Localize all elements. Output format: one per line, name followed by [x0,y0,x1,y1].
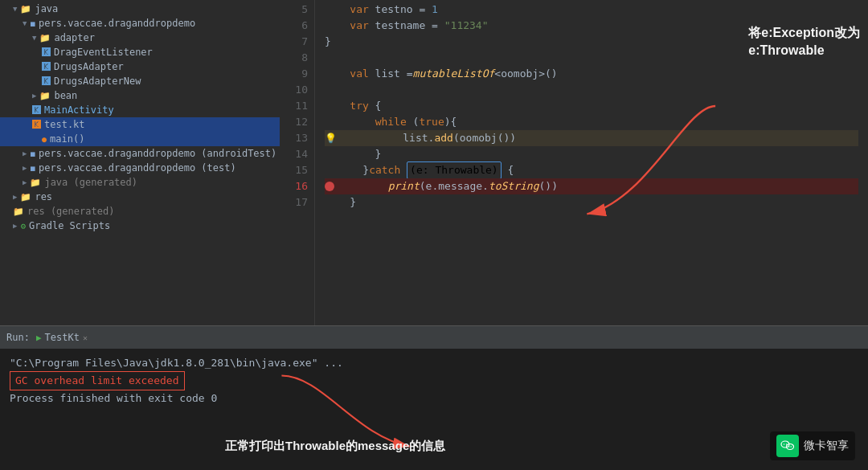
sidebar-item-label: java [35,3,58,14]
folder-icon: 📁 [39,91,51,101]
code-line-12: while ( true ){ [325,114,858,130]
sidebar-item-java-generated[interactable]: ▶ 📁 java (generated) [0,175,280,190]
breakpoint-icon [325,182,334,191]
sidebar-item-java[interactable]: ▼ 📁 java [0,2,280,16]
wechat-logo-icon [776,435,799,457]
package-icon: ◼ [30,149,35,159]
sidebar-item-label: res (generated) [27,206,114,217]
folder-icon: 📁 [20,4,31,14]
run-output: "C:\Program Files\Java\jdk1.8.0_281\bin\… [0,349,868,470]
code-line-5: var testno = 1 [325,2,858,18]
sidebar-item-label: MainActivity [44,104,114,116]
sidebar-item-main[interactable]: ● main() [0,132,280,146]
expand-arrow: ▶ [23,164,27,172]
expand-arrow: ▶ [23,149,27,157]
sidebar-item-label: adapter [54,32,95,43]
code-line-11: try { [325,98,858,114]
folder-gray-icon: 📁 [13,206,24,217]
bottom-annotation: 正常打印出Throwable的message的信息 [225,439,445,454]
bottom-annotation-text: 正常打印出Throwable的message的信息 [225,439,445,452]
sidebar-item-gradle[interactable]: ▶ ⚙ Gradle Scripts [0,219,280,233]
sidebar-item-drageventlistener[interactable]: 🅺 DragEventListener [0,45,280,59]
code-line-13: 💡 list. add (oomobj()) [325,130,858,146]
run-tab-testkt[interactable]: ▶ TestKt ✕ [36,332,88,343]
sidebar-item-test[interactable]: ▶ ◼ pers.vaccae.draganddropdemo (test) [0,161,280,175]
run-output-line-3: Process finished with exit code 0 [10,390,858,407]
folder-icon: 📁 [20,192,31,202]
expand-arrow: ▶ [13,222,17,230]
sidebar-item-drugsadapternew[interactable]: 🅺 DrugsAdapterNew [0,74,280,88]
catch-param-highlight: (e: Throwable) [407,161,502,179]
sidebar-item-label: main() [50,133,84,145]
sidebar-item-label: bean [54,90,77,101]
sidebar-item-label: pers.vaccae.draganddropdemo (test) [39,162,236,174]
annotation-line2: e:Throwable [748,43,824,57]
expand-arrow: ▼ [32,34,36,42]
package-icon: ◼ [30,18,35,29]
svg-point-7 [791,446,792,447]
sidebar-item-label: java (generated) [44,177,137,188]
wechat-label: 微卡智享 [804,439,849,453]
run-output-text: "C:\Program Files\Java\jdk1.8.0_281\bin\… [10,357,343,369]
sidebar-item-label: DrugsAdapterNew [54,76,141,87]
sidebar-item-mainactivity[interactable]: 🅺 MainActivity [0,103,280,117]
run-tab-icon: ▶ [36,333,42,343]
sidebar-item-testkt[interactable]: 🅺 test.kt [0,117,280,132]
sidebar-item-res-generated[interactable]: 📁 res (generated) [0,204,280,219]
close-icon[interactable]: ✕ [83,333,88,342]
wechat-badge: 微卡智享 [770,431,855,460]
sidebar-item-package[interactable]: ▼ ◼ pers.vaccae.draganddropdemo [0,16,280,31]
file-icon: 🅺 [42,47,51,58]
sidebar-item-label: Gradle Scripts [29,220,110,231]
code-line-10 [325,82,858,98]
line-numbers: 5 6 7 8 9 10 11 12 13 14 15 16 17 [280,0,315,325]
code-line-17: } [325,194,858,210]
sidebar-item-drugsadapter[interactable]: 🅺 DrugsAdapter [0,59,280,74]
expand-arrow: ▶ [23,178,27,186]
expand-arrow: ▼ [23,19,27,27]
run-label: Run: [6,332,30,343]
code-content[interactable]: var testno = 1 var testname = "11234" } [315,0,868,325]
code-area: 5 6 7 8 9 10 11 12 13 14 15 16 17 var [280,0,868,325]
run-output-line-1: "C:\Program Files\Java\jdk1.8.0_281\bin\… [10,355,858,371]
sidebar-item-label: test.kt [44,119,85,130]
sidebar-item-androidtest[interactable]: ▶ ◼ pers.vaccae.draganddropdemo (android… [0,146,280,161]
expand-arrow: ▶ [32,92,36,100]
file-icon: 🅺 [42,62,51,72]
warning-icon: 💡 [325,130,337,146]
file-icon: 🅺 [32,120,41,130]
run-tab-label: TestKt [45,332,80,343]
sidebar-item-label: pers.vaccae.draganddropdemo [39,18,195,29]
code-line-16: print (e.message. toString ()) [325,178,858,194]
gradle-icon: ⚙ [20,221,26,231]
run-panel: Run: ▶ TestKt ✕ "C:\Program Files\Java\j… [0,325,868,470]
gc-error-text: GC overhead limit exceeded [10,371,185,390]
sidebar-item-res[interactable]: ▶ 📁 res [0,190,280,204]
expand-arrow: ▶ [13,193,17,201]
run-output-line-2: GC overhead limit exceeded [10,371,858,390]
run-exit-text: Process finished with exit code 0 [10,392,217,404]
folder-icon: 📁 [39,33,51,43]
code-line-15: } catch (e: Throwable) { [325,162,858,178]
run-tab-bar: Run: ▶ TestKt ✕ [0,326,868,349]
sidebar-item-label: DrugsAdapter [54,61,124,72]
file-icon: 🅺 [42,76,51,87]
sidebar-item-label: DragEventListener [54,47,153,58]
package-icon: ◼ [30,163,35,174]
svg-point-6 [788,446,789,447]
sidebar-item-label: res [35,191,52,202]
code-line-9: val list = mutableListOf <oomobj>() [325,66,858,82]
sidebar-item-label: pers.vaccae.draganddropdemo (androidTest… [39,148,276,159]
svg-point-4 [784,443,784,444]
method-icon: ● [42,135,47,144]
code-line-14: } [325,146,858,162]
annotation-box: 将e:Exception改为 e:Throwable [748,24,860,60]
editor: 5 6 7 8 9 10 11 12 13 14 15 16 17 var [280,0,868,325]
folder-gray-icon: 📁 [30,178,41,188]
sidebar-item-bean[interactable]: ▶ 📁 bean [0,88,280,103]
sidebar-item-adapter[interactable]: ▼ 📁 adapter [0,31,280,45]
annotation-line1: 将e:Exception改为 [748,26,860,39]
expand-arrow: ▼ [13,5,17,13]
sidebar: ▼ 📁 java ▼ ◼ pers.vaccae.draganddropdemo… [0,0,280,325]
svg-point-5 [786,443,787,444]
